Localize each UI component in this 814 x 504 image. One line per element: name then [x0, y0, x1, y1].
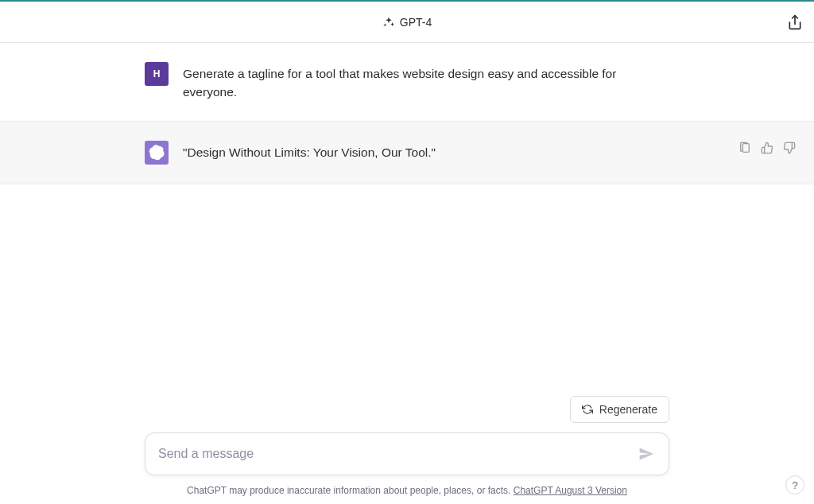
version-link[interactable]: ChatGPT August 3 Version [514, 485, 627, 496]
share-button[interactable] [785, 13, 804, 32]
regenerate-label: Regenerate [599, 403, 657, 416]
message-actions [738, 141, 797, 155]
user-avatar: H [145, 62, 169, 86]
thumbs-down-button[interactable] [782, 141, 797, 155]
help-label: ? [792, 479, 797, 491]
svg-rect-1 [742, 143, 749, 152]
user-message-row: H Generate a tagline for a tool that mak… [0, 43, 814, 121]
message-input-container [145, 432, 669, 475]
user-message-text: Generate a tagline for a tool that makes… [183, 62, 669, 102]
send-button[interactable] [637, 444, 656, 463]
assistant-avatar [145, 141, 169, 165]
copy-button[interactable] [738, 141, 752, 155]
assistant-message-row: "Design Without Limits: Your Vision, Our… [0, 121, 814, 184]
model-label: GPT-4 [400, 16, 432, 29]
disclaimer-text: ChatGPT may produce inaccurate informati… [187, 485, 514, 496]
help-button[interactable]: ? [785, 475, 804, 494]
bottom-area: Regenerate ChatGPT may produce inaccurat… [0, 396, 814, 504]
disclaimer: ChatGPT may produce inaccurate informati… [0, 485, 814, 496]
regenerate-button[interactable]: Regenerate [570, 396, 669, 423]
message-input[interactable] [158, 447, 637, 461]
user-avatar-letter: H [153, 68, 161, 79]
assistant-message-text: "Design Without Limits: Your Vision, Our… [183, 141, 669, 165]
model-badge: GPT-4 [382, 16, 432, 29]
thumbs-up-button[interactable] [760, 141, 774, 155]
conversation: H Generate a tagline for a tool that mak… [0, 43, 814, 184]
sparkle-icon [382, 16, 395, 29]
header: GPT-4 [0, 2, 814, 43]
